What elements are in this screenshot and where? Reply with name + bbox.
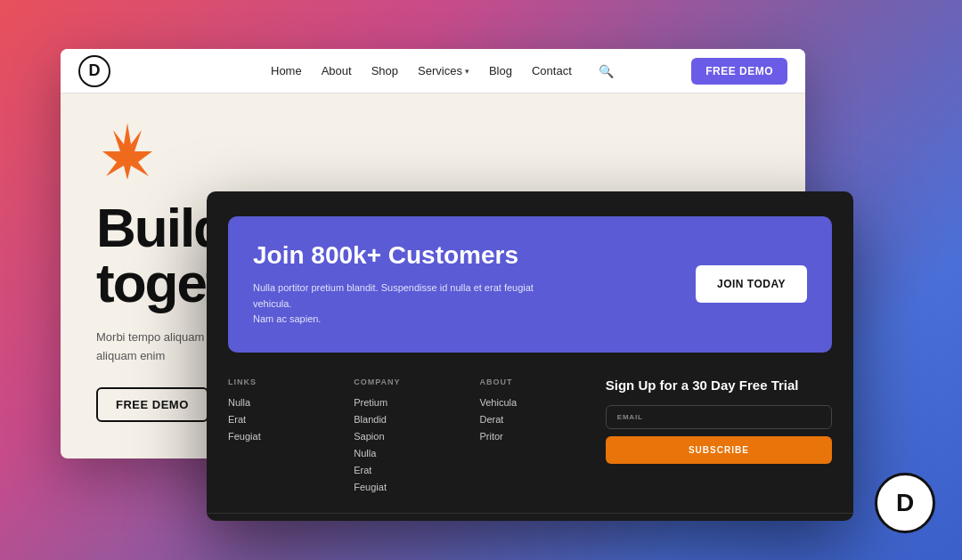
nav-home[interactable]: Home: [271, 64, 302, 77]
email-input-wrapper[interactable]: EMAIL: [606, 405, 832, 429]
footer-company-sapion[interactable]: Sapion: [354, 431, 479, 442]
footer-company-blandid[interactable]: Blandid: [354, 414, 479, 425]
subscribe-button[interactable]: SUBSCRIBE: [606, 436, 832, 464]
footer-section: LINKS Nulla Erat Feugiat COMPANY Pretium…: [207, 353, 853, 499]
footer-links-title: LINKS: [228, 377, 354, 386]
email-label: EMAIL: [617, 413, 820, 421]
svg-point-1: [122, 146, 133, 157]
footer-about-derat[interactable]: Derat: [480, 414, 606, 425]
free-demo-button[interactable]: FREE DEMO: [691, 58, 787, 85]
footer-links-col: LINKS Nulla Erat Feugiat: [228, 377, 354, 499]
divi-logo: D: [78, 55, 110, 87]
chevron-down-icon: ▾: [465, 67, 469, 76]
hero-cta-button[interactable]: FREE DEMO: [96, 387, 208, 422]
nav-about[interactable]: About: [322, 64, 352, 77]
browser-window-front: Join 800k+ Customers Nulla portitor pret…: [207, 191, 853, 521]
starburst-icon: [96, 120, 159, 183]
footer-company-erat[interactable]: Erat: [354, 465, 479, 475]
browser-navbar: D Home About Shop Services ▾ Blog Contac…: [61, 49, 805, 93]
newsletter-col: Sign Up for a 30 Day Free Trial EMAIL SU…: [606, 377, 832, 499]
cta-heading: Join 800k+ Customers: [253, 241, 538, 270]
footer-company-title: COMPANY: [354, 377, 479, 386]
footer-link-nulla[interactable]: Nulla: [228, 397, 354, 408]
divi-corner-logo: D: [875, 473, 935, 533]
footer-link-erat[interactable]: Erat: [228, 414, 354, 425]
nav-shop[interactable]: Shop: [371, 64, 398, 77]
footer-link-feugiat[interactable]: Feugiat: [228, 431, 354, 442]
footer-company-pretium[interactable]: Pretium: [354, 397, 479, 408]
footer-about-pritor[interactable]: Pritor: [480, 431, 606, 442]
footer-bottom: Copyright © 2022 Company ○ f 𝕥: [207, 513, 853, 521]
newsletter-title: Sign Up for a 30 Day Free Trial: [606, 377, 832, 393]
footer-about-col: ABOUT Vehicula Derat Pritor: [480, 377, 606, 499]
footer-about-title: ABOUT: [480, 377, 606, 386]
search-icon[interactable]: 🔍: [599, 64, 614, 78]
footer-company-nulla[interactable]: Nulla: [354, 448, 479, 459]
footer-company-feugiat[interactable]: Feugiat: [354, 482, 479, 492]
cta-banner: Join 800k+ Customers Nulla portitor pret…: [228, 216, 832, 353]
nav-links: Home About Shop Services ▾ Blog Contact …: [271, 64, 677, 78]
join-today-button[interactable]: JOIN TODAY: [696, 265, 807, 303]
nav-services[interactable]: Services ▾: [418, 64, 469, 77]
cta-banner-left: Join 800k+ Customers Nulla portitor pret…: [253, 241, 538, 328]
footer-company-col: COMPANY Pretium Blandid Sapion Nulla Era…: [354, 377, 479, 499]
footer-about-vehicula[interactable]: Vehicula: [480, 397, 606, 408]
nav-blog[interactable]: Blog: [489, 64, 512, 77]
cta-subtext: Nulla portitor pretium blandit. Suspendi…: [253, 280, 538, 328]
nav-contact[interactable]: Contact: [532, 64, 572, 77]
divi-corner-letter: D: [896, 489, 914, 517]
